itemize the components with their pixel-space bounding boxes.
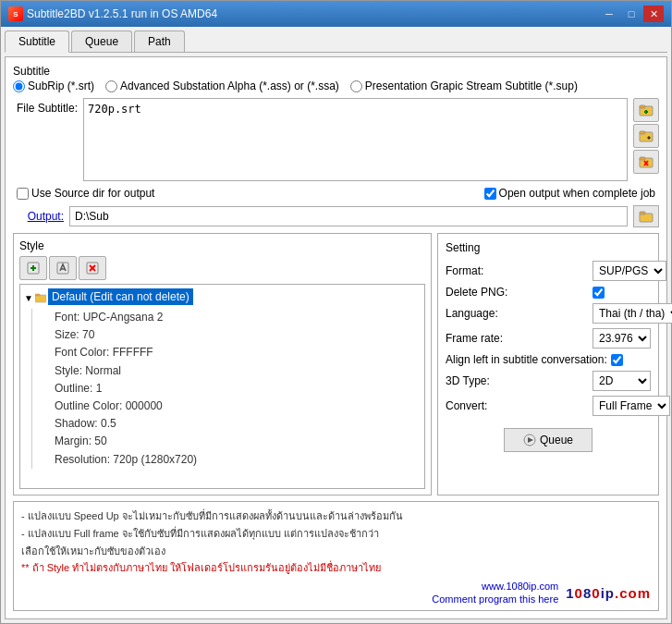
footer-links: www.1080ip.com Comment program this here bbox=[432, 581, 558, 605]
subtitle-section: Subtitle SubRip (*.srt) Advanced Substat… bbox=[13, 65, 659, 92]
setting-row-convert: Convert: Full Frame bbox=[446, 396, 651, 416]
open-output-checkbox-label[interactable]: Open output when complete job bbox=[484, 187, 655, 200]
file-add-button[interactable] bbox=[633, 98, 659, 122]
tab-path[interactable]: Path bbox=[134, 31, 185, 52]
output-input[interactable] bbox=[69, 206, 628, 226]
close-button[interactable]: ✕ bbox=[643, 6, 664, 22]
file-subtitle-row: File Subtitle: 720p.srt bbox=[13, 98, 659, 181]
tree-prop-0: Font: UPC-Angsana 2 bbox=[55, 309, 421, 326]
radio-ssa-input[interactable] bbox=[105, 80, 117, 92]
tree-prop-1: Size: 70 bbox=[55, 326, 421, 344]
folder-small-icon bbox=[35, 292, 46, 303]
folder-add-icon bbox=[639, 103, 654, 117]
convert-label: Convert: bbox=[446, 399, 589, 412]
3dtype-label: 3D Type: bbox=[446, 374, 589, 387]
radio-sup[interactable]: Presentation Grapic Stream Subtitle (*.s… bbox=[350, 80, 578, 92]
file-delete-button[interactable] bbox=[633, 150, 659, 174]
window-title: Subtitle2BD v1.2.5.1 run in OS AMD64 bbox=[27, 7, 217, 20]
3dtype-select[interactable]: 2D bbox=[593, 371, 651, 391]
delete-png-label: Delete PNG: bbox=[446, 286, 589, 299]
tree-prop-6: Shadow: 0.5 bbox=[55, 415, 421, 433]
file-subtitle-label: File Subtitle: bbox=[13, 98, 78, 115]
format-select[interactable]: SUP/PGS bbox=[593, 261, 666, 281]
bottom-panel: - แปลงแบบ Speed Up จะไม่เหมาะกับซับที่มี… bbox=[13, 501, 659, 611]
setting-row-framerate: Frame rate: 23.976 bbox=[446, 328, 651, 349]
queue-button[interactable]: Queue bbox=[504, 428, 593, 452]
minimize-button[interactable]: ─ bbox=[599, 6, 619, 22]
radio-sup-input[interactable] bbox=[350, 80, 362, 92]
title-controls: ─ □ ✕ bbox=[599, 6, 664, 22]
setting-row-3dtype: 3D Type: 2D bbox=[446, 371, 651, 391]
folder-icon bbox=[639, 210, 654, 223]
svg-rect-11 bbox=[640, 212, 645, 214]
setting-panel: Setting Format: SUP/PGS Delete PNG: bbox=[437, 233, 659, 496]
subtitle-section-label: Subtitle bbox=[13, 65, 659, 78]
style-panel: Style bbox=[13, 233, 432, 496]
use-source-dir-checkbox-label[interactable]: Use Source dir for output bbox=[17, 187, 154, 200]
title-bar: S Subtitle2BD v1.2.5.1 run in OS AMD64 ─… bbox=[1, 1, 671, 27]
tree-default-item[interactable]: Default (Edit can not delete) bbox=[48, 288, 193, 305]
radio-subrip-input[interactable] bbox=[13, 80, 25, 92]
tab-bar: Subtitle Queue Path bbox=[5, 31, 667, 53]
convert-select[interactable]: Full Frame bbox=[593, 396, 670, 416]
expand-icon[interactable]: ▼ bbox=[24, 293, 33, 303]
style-add-icon bbox=[26, 261, 41, 275]
tree-folder-icon bbox=[35, 292, 46, 303]
language-select[interactable]: Thai (th / tha) bbox=[593, 303, 672, 324]
file-edit-icon bbox=[639, 128, 654, 143]
maximize-button[interactable]: □ bbox=[621, 6, 641, 22]
main-area: Style bbox=[13, 233, 659, 496]
open-output-checkbox[interactable] bbox=[484, 188, 496, 200]
bottom-footer: www.1080ip.com Comment program this here… bbox=[21, 581, 651, 605]
file-delete-icon bbox=[639, 154, 654, 169]
app-icon: S bbox=[8, 6, 23, 21]
file-subtitle-textarea[interactable]: 720p.srt bbox=[83, 98, 628, 181]
file-edit-button[interactable] bbox=[633, 124, 659, 148]
use-source-dir-checkbox[interactable] bbox=[17, 188, 29, 200]
bottom-line-3: ** ถ้า Style ทำไม่ตรงกับภาษาไทย ให้โฟลเด… bbox=[21, 559, 651, 577]
style-delete-icon bbox=[85, 261, 100, 275]
align-checkbox[interactable] bbox=[611, 354, 623, 366]
delete-png-checkbox[interactable] bbox=[593, 287, 605, 299]
setting-row-language: Language: Thai (th / tha) bbox=[446, 303, 651, 324]
svg-rect-21 bbox=[35, 294, 40, 296]
output-folder-button[interactable] bbox=[633, 205, 659, 227]
tree-prop-3: Style: Normal bbox=[55, 362, 421, 380]
radio-ssa[interactable]: Advanced Substation Alpha (*.ass) or (*.… bbox=[105, 80, 339, 92]
style-delete-button[interactable] bbox=[79, 256, 106, 280]
style-title: Style bbox=[19, 239, 425, 252]
style-toolbar bbox=[19, 256, 425, 280]
tree-props-container: Font: UPC-Angsana 2 Size: 70 Font Color:… bbox=[31, 309, 421, 469]
file-buttons bbox=[633, 98, 659, 174]
bottom-line-2: เลือกใช้ให้เหมาะกับซับของตัวเอง bbox=[21, 543, 651, 560]
tab-queue[interactable]: Queue bbox=[71, 31, 132, 52]
tree-prop-5: Outline Color: 000000 bbox=[55, 398, 421, 415]
svg-rect-7 bbox=[640, 157, 645, 160]
tree-prop-4: Outline: 1 bbox=[55, 380, 421, 398]
setting-row-align: Align left in subtitle conversation: bbox=[446, 353, 651, 366]
bottom-line-0: - แปลงแบบ Speed Up จะไม่เหมาะกับซับที่มี… bbox=[21, 508, 651, 525]
radio-subrip[interactable]: SubRip (*.srt) bbox=[13, 80, 94, 92]
bottom-line-1: - แปลงแบบ Full frame จะใช้กับซับที่มีการ… bbox=[21, 525, 651, 543]
align-label: Align left in subtitle conversation: bbox=[446, 353, 607, 366]
style-tree[interactable]: ▼ Default (Edit can not delete) bbox=[19, 284, 425, 489]
output-label: Output: bbox=[13, 210, 64, 223]
title-bar-left: S Subtitle2BD v1.2.5.1 run in OS AMD64 bbox=[8, 6, 217, 21]
tree-prop-2: Font Color: FFFFFF bbox=[55, 344, 421, 361]
style-edit-button[interactable] bbox=[49, 256, 77, 280]
radio-group: SubRip (*.srt) Advanced Substation Alpha… bbox=[13, 80, 659, 92]
footer-logo: 1080ip.com bbox=[566, 585, 651, 601]
style-add-button[interactable] bbox=[19, 256, 47, 280]
window-content: Subtitle Queue Path Subtitle SubRip (*.s… bbox=[1, 27, 671, 623]
link1[interactable]: www.1080ip.com bbox=[482, 581, 558, 592]
setting-title: Setting bbox=[446, 241, 651, 254]
bottom-text: - แปลงแบบ Speed Up จะไม่เหมาะกับซับที่มี… bbox=[21, 508, 651, 577]
tree-root-expand: ▼ Default (Edit can not delete) bbox=[24, 288, 421, 307]
main-panel: Subtitle SubRip (*.srt) Advanced Substat… bbox=[5, 56, 667, 619]
tab-subtitle[interactable]: Subtitle bbox=[5, 31, 69, 53]
main-window: S Subtitle2BD v1.2.5.1 run in OS AMD64 ─… bbox=[0, 0, 672, 624]
tree-properties: Font: UPC-Angsana 2 Size: 70 Font Color:… bbox=[40, 309, 421, 469]
tree-prop-7: Margin: 50 bbox=[55, 433, 421, 450]
framerate-select[interactable]: 23.976 bbox=[593, 328, 651, 349]
link2[interactable]: Comment program this here bbox=[432, 593, 558, 605]
